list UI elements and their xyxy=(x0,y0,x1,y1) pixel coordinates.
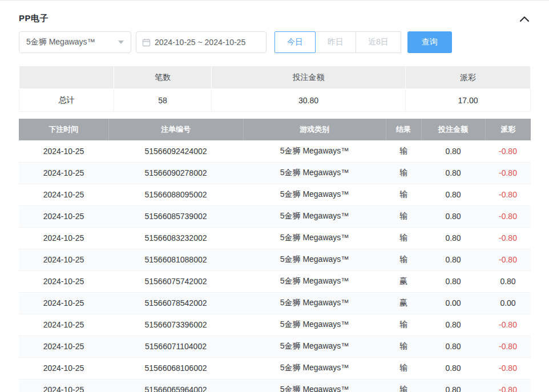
bet-id: 51566065964002 xyxy=(108,379,243,392)
bet-amount: 0.80 xyxy=(421,270,485,292)
bet-date: 2024-10-25 xyxy=(19,270,108,292)
bet-id: 51566083232002 xyxy=(108,227,243,249)
bet-id: 51566092424002 xyxy=(108,140,243,162)
header-game-type: 游戏类别 xyxy=(243,119,386,140)
bet-id: 51566071104002 xyxy=(108,336,243,357)
bet-date: 2024-10-25 xyxy=(19,162,108,184)
calendar-icon xyxy=(142,38,151,47)
bet-table-body: 2024-10-25 51566092424002 5金狮 Megaways™ … xyxy=(19,140,531,392)
bet-game: 5金狮 Megaways™ xyxy=(243,205,386,227)
bet-payout: -0.80 xyxy=(485,162,531,184)
bet-date: 2024-10-25 xyxy=(19,292,108,314)
bet-id: 51566085739002 xyxy=(108,205,243,227)
summary-total-row: 总计 58 30.80 17.00 xyxy=(19,89,531,112)
summary-total-label: 总计 xyxy=(19,89,114,112)
game-select[interactable]: 5金狮 Megaways™ xyxy=(19,31,131,53)
bet-amount: 0.80 xyxy=(421,336,485,357)
table-row: 2024-10-25 51566088095002 5金狮 Megaways™ … xyxy=(19,184,531,205)
bet-date: 2024-10-25 xyxy=(19,140,108,162)
bet-amount: 0.80 xyxy=(421,162,485,184)
filter-bar: 5金狮 Megaways™ 2024-10-25 ~ 2024-10-25 今日… xyxy=(19,31,531,53)
bet-game: 5金狮 Megaways™ xyxy=(243,162,386,184)
bet-game: 5金狮 Megaways™ xyxy=(243,270,386,292)
bet-amount: 0.80 xyxy=(421,379,485,392)
bet-payout: -0.80 xyxy=(485,227,531,249)
bet-result: 赢 xyxy=(386,270,421,292)
table-row: 2024-10-25 51566075742002 5金狮 Megaways™ … xyxy=(19,270,531,292)
bet-result: 输 xyxy=(386,140,421,162)
bet-amount: 0.80 xyxy=(421,314,485,336)
bet-amount: 0.80 xyxy=(421,227,485,249)
today-button[interactable]: 今日 xyxy=(274,31,316,53)
bet-date: 2024-10-25 xyxy=(19,357,108,379)
bet-date: 2024-10-25 xyxy=(19,184,108,205)
table-row: 2024-10-25 51566083232002 5金狮 Megaways™ … xyxy=(19,227,531,249)
date-range-input[interactable]: 2024-10-25 ~ 2024-10-25 xyxy=(136,31,267,53)
bet-amount: 0.80 xyxy=(421,249,485,270)
bet-result: 输 xyxy=(386,249,421,270)
date-quick-filter-group: 今日 昨日 近8日 xyxy=(274,31,401,53)
summary-header-blank xyxy=(19,66,114,89)
chevron-up-icon xyxy=(519,15,530,22)
header-payout: 派彩 xyxy=(485,119,531,140)
bet-payout: -0.80 xyxy=(485,314,531,336)
bet-payout: -0.80 xyxy=(485,249,531,270)
bet-result: 输 xyxy=(386,227,421,249)
bet-id: 51566073396002 xyxy=(108,314,243,336)
table-row: 2024-10-25 51566071104002 5金狮 Megaways™ … xyxy=(19,336,531,357)
bet-payout: -0.80 xyxy=(485,205,531,227)
bet-result: 输 xyxy=(386,162,421,184)
panel-header: PP电子 xyxy=(19,1,531,24)
bet-result: 赢 xyxy=(386,292,421,314)
summary-payout-value: 17.00 xyxy=(406,89,531,112)
bet-date: 2024-10-25 xyxy=(19,314,108,336)
collapse-toggle[interactable] xyxy=(518,14,531,23)
header-bet-date: 下注时间 xyxy=(19,119,108,140)
summary-header-row: 笔数 投注金额 派彩 xyxy=(19,66,531,89)
bet-id: 51566075742002 xyxy=(108,270,243,292)
table-row: 2024-10-25 51566078542002 5金狮 Megaways™ … xyxy=(19,292,531,314)
bet-payout: -0.80 xyxy=(485,184,531,205)
yesterday-button[interactable]: 昨日 xyxy=(315,31,356,53)
bet-result: 输 xyxy=(386,336,421,357)
bet-game: 5金狮 Megaways™ xyxy=(243,140,386,162)
bet-game: 5金狮 Megaways™ xyxy=(243,379,386,392)
bet-payout: 0.80 xyxy=(485,270,531,292)
bet-game: 5金狮 Megaways™ xyxy=(243,249,386,270)
bet-records-table: 下注时间 注单编号 游戏类别 结果 投注金额 派彩 2024-10-25 515… xyxy=(19,119,531,392)
table-row: 2024-10-25 51566065964002 5金狮 Megaways™ … xyxy=(19,379,531,392)
bet-payout: 0.00 xyxy=(485,292,531,314)
summary-bet-amount-value: 30.80 xyxy=(212,89,406,112)
header-bet-id: 注单编号 xyxy=(108,119,243,140)
bet-date: 2024-10-25 xyxy=(19,205,108,227)
page-title: PP电子 xyxy=(19,13,49,24)
last-8-days-button[interactable]: 近8日 xyxy=(356,31,401,53)
bet-game: 5金狮 Megaways™ xyxy=(243,227,386,249)
bet-amount: 0.80 xyxy=(421,184,485,205)
search-button[interactable]: 查询 xyxy=(407,31,452,53)
bet-game: 5金狮 Megaways™ xyxy=(243,314,386,336)
bet-id: 51566078542002 xyxy=(108,292,243,314)
bet-amount: 0.80 xyxy=(421,357,485,379)
bet-game: 5金狮 Megaways™ xyxy=(243,184,386,205)
bet-date: 2024-10-25 xyxy=(19,227,108,249)
bet-amount: 0.80 xyxy=(421,205,485,227)
table-row: 2024-10-25 51566085739002 5金狮 Megaways™ … xyxy=(19,205,531,227)
bet-payout: -0.80 xyxy=(485,140,531,162)
bet-table-header-row: 下注时间 注单编号 游戏类别 结果 投注金额 派彩 xyxy=(19,119,531,140)
bet-result: 输 xyxy=(386,314,421,336)
bet-payout: -0.80 xyxy=(485,379,531,392)
bet-id: 51566068106002 xyxy=(108,357,243,379)
table-row: 2024-10-25 51566090278002 5金狮 Megaways™ … xyxy=(19,162,531,184)
bet-date: 2024-10-25 xyxy=(19,249,108,270)
bet-result: 输 xyxy=(386,184,421,205)
bet-game: 5金狮 Megaways™ xyxy=(243,357,386,379)
date-range-value: 2024-10-25 ~ 2024-10-25 xyxy=(155,38,245,47)
table-row: 2024-10-25 51566081088002 5金狮 Megaways™ … xyxy=(19,249,531,270)
bet-result: 输 xyxy=(386,379,421,392)
header-result: 结果 xyxy=(386,119,421,140)
bet-game: 5金狮 Megaways™ xyxy=(243,292,386,314)
pp-electronic-report-panel: PP电子 5金狮 Megaways™ 2024-10-25 ~ 2024-10-… xyxy=(0,0,549,392)
bet-id: 51566090278002 xyxy=(108,162,243,184)
bet-id: 51566081088002 xyxy=(108,249,243,270)
